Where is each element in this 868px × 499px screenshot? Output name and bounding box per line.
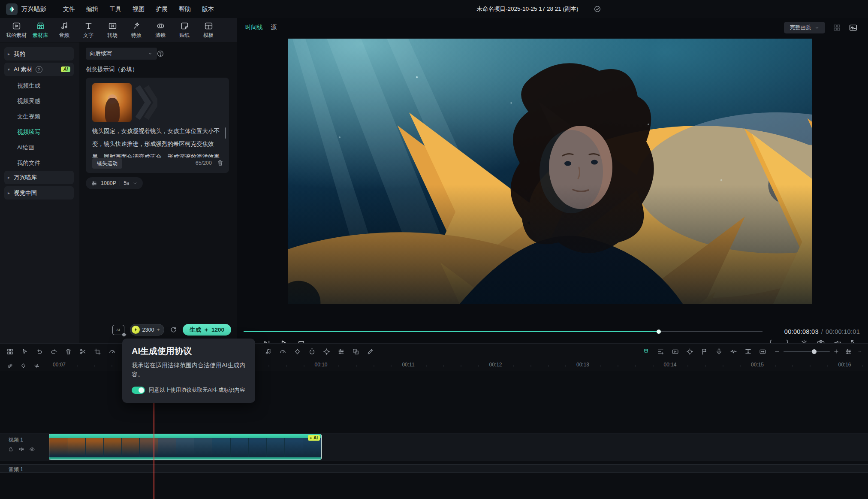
audio-mix-icon[interactable] xyxy=(728,346,739,357)
voiceover-icon[interactable] xyxy=(713,346,724,357)
nav-tab-transitions[interactable]: 转场 xyxy=(100,19,124,41)
lock-track-icon[interactable] xyxy=(8,446,14,452)
video-clip[interactable]: AI xyxy=(49,434,322,460)
snap-icon[interactable] xyxy=(640,346,651,357)
nav-tab-text[interactable]: 文字 xyxy=(76,19,100,41)
zoom-out-icon[interactable] xyxy=(774,348,780,354)
grid-view-icon[interactable] xyxy=(833,24,841,32)
menu-item[interactable]: 文件 xyxy=(57,0,81,18)
zoom-in-icon[interactable] xyxy=(833,348,839,354)
edit-tool-icon[interactable] xyxy=(365,346,376,357)
toolbox-icon[interactable] xyxy=(4,346,15,357)
nav-tab-stickers[interactable]: 贴纸 xyxy=(172,19,196,41)
camera-motion-tag[interactable]: 镜头运动 xyxy=(92,158,122,169)
audio-track[interactable]: 音频 1 xyxy=(0,464,868,473)
video-scope-icon[interactable] xyxy=(849,23,858,32)
motion-track-icon[interactable] xyxy=(684,346,695,357)
group-icon[interactable] xyxy=(350,346,361,357)
total-time: 00:00:10:01 xyxy=(826,328,860,335)
nav-tab-my-media[interactable]: 我的素材 xyxy=(4,19,28,41)
add-credits-icon[interactable]: + xyxy=(157,327,160,333)
sidebar-item-ai-assets[interactable]: ▾ AI 素材 ? AI xyxy=(4,63,74,76)
split-icon[interactable] xyxy=(77,346,88,357)
prompt-scrollbar[interactable] xyxy=(225,127,226,139)
help-icon[interactable] xyxy=(157,50,164,57)
preview-tab-timeline[interactable]: 时间线 xyxy=(245,24,263,31)
select-tool-icon[interactable] xyxy=(19,346,30,357)
agreement-toggle[interactable] xyxy=(132,387,145,394)
sidebar-item-my-files[interactable]: 我的文件 xyxy=(4,155,74,171)
prompt-card[interactable]: 镜头固定，女孩凝视着镜头，女孩主体位置大小不变，镜头快速推进，形成强烈的希区柯克… xyxy=(86,78,229,173)
menu-item[interactable]: 编辑 xyxy=(81,0,104,18)
sidebar-item-vcg[interactable]: ▸ 视觉中国 xyxy=(4,186,74,200)
sidebar-item-video-inspiration[interactable]: 视频灵感 xyxy=(4,94,74,109)
redo-icon[interactable] xyxy=(48,346,59,357)
sidebar-item-video-generate[interactable]: 视频生成 xyxy=(4,78,74,94)
sidebar-item-wondershare-library[interactable]: ▸ 万兴喵库 xyxy=(4,171,74,184)
menu-item[interactable]: 视图 xyxy=(127,0,150,18)
render-preview-icon[interactable] xyxy=(669,346,681,357)
nav-tab-stock-media[interactable]: 素材库 xyxy=(28,19,52,41)
menu-list: 文件 编辑 工具 视图 扩展 帮助 版本 xyxy=(57,0,220,18)
nav-tab-icon xyxy=(36,21,45,30)
speed-icon[interactable] xyxy=(106,346,118,357)
menu-item[interactable]: 扩展 xyxy=(150,0,173,18)
delete-icon[interactable] xyxy=(63,346,74,357)
fit-timeline-icon[interactable] xyxy=(757,346,768,357)
sidebar-item-ai-painting[interactable]: AI绘画 xyxy=(4,140,74,155)
nav-tab-filters[interactable]: 滤镜 xyxy=(148,19,172,41)
transform-icon[interactable] xyxy=(321,346,332,357)
hide-track-icon[interactable] xyxy=(29,446,35,452)
source-frame-thumbnail[interactable] xyxy=(92,83,132,122)
zoom-slider[interactable] xyxy=(784,351,830,352)
timeline-options-icon[interactable] xyxy=(843,346,854,357)
output-settings[interactable]: 1080P 5s xyxy=(86,177,143,189)
nav-tab-effects[interactable]: 特效 xyxy=(124,19,148,41)
nav-tab-icon xyxy=(156,21,165,30)
sidebar-item-mine[interactable]: ▸ 我的 xyxy=(4,47,74,60)
track-manager-icon[interactable] xyxy=(742,346,753,357)
video-track-header: 视频 1 xyxy=(0,433,46,461)
sidebar-item-text-to-video[interactable]: 文生视频 xyxy=(4,109,74,124)
refresh-credits-icon[interactable] xyxy=(170,326,177,333)
playback-quality-select[interactable]: 完整画质 xyxy=(784,22,825,33)
marker-icon[interactable] xyxy=(699,346,710,357)
credits-balance[interactable]: 2300 + xyxy=(130,324,164,336)
nav-tab-templates[interactable]: 模板 xyxy=(196,19,220,41)
mute-track-icon[interactable] xyxy=(18,446,24,452)
app-logo-icon[interactable] xyxy=(6,3,18,15)
music-beat-icon[interactable] xyxy=(262,346,274,357)
preview-tab-source[interactable]: 源 xyxy=(271,24,277,31)
chevron-down-icon[interactable] xyxy=(857,349,862,354)
extend-direction-select[interactable]: 向后续写 xyxy=(86,48,157,60)
video-track-label: 视频 1 xyxy=(9,436,23,444)
zoom-slider-knob[interactable] xyxy=(812,349,817,354)
crop-icon[interactable] xyxy=(92,346,103,357)
undo-icon[interactable] xyxy=(33,346,45,357)
nav-tab-audio[interactable]: 音频 xyxy=(52,19,76,41)
help-icon[interactable]: ? xyxy=(36,66,42,73)
progress-knob[interactable] xyxy=(657,330,661,334)
keyframe-icon[interactable] xyxy=(292,346,303,357)
menu-item[interactable]: 版本 xyxy=(196,0,220,18)
prompt-text[interactable]: 镜头固定，女孩凝视着镜头，女孩主体位置大小不变，镜头快速推进，形成强烈的希区柯克… xyxy=(92,125,220,157)
popup-title: AI生成使用协议 xyxy=(132,345,192,357)
generate-button[interactable]: 生成 1200 xyxy=(183,324,231,336)
nav-tab-label: 滤镜 xyxy=(155,32,166,39)
progress-played xyxy=(244,331,659,332)
timer-icon[interactable] xyxy=(306,346,317,357)
nav-tab-label: 转场 xyxy=(107,32,118,39)
playback-progress-bar[interactable] xyxy=(244,331,763,332)
menu-item[interactable]: 工具 xyxy=(104,0,127,18)
adjust-icon[interactable] xyxy=(335,346,347,357)
sidebar-item-video-extend[interactable]: 视频续写 xyxy=(4,124,74,140)
menu-item[interactable]: 帮助 xyxy=(173,0,196,18)
ai-watermark-icon[interactable]: AI xyxy=(112,325,124,335)
preview-video-frame[interactable] xyxy=(288,39,812,304)
speed-ramp-icon[interactable] xyxy=(277,346,288,357)
clear-prompt-icon[interactable] xyxy=(213,159,224,166)
sidebar-item-label: 视频灵感 xyxy=(17,97,40,105)
add-track-icon[interactable] xyxy=(655,346,666,357)
expander-arrow-icon: ▾ xyxy=(8,67,14,72)
preview-tabs: 时间线 源 xyxy=(245,24,277,31)
